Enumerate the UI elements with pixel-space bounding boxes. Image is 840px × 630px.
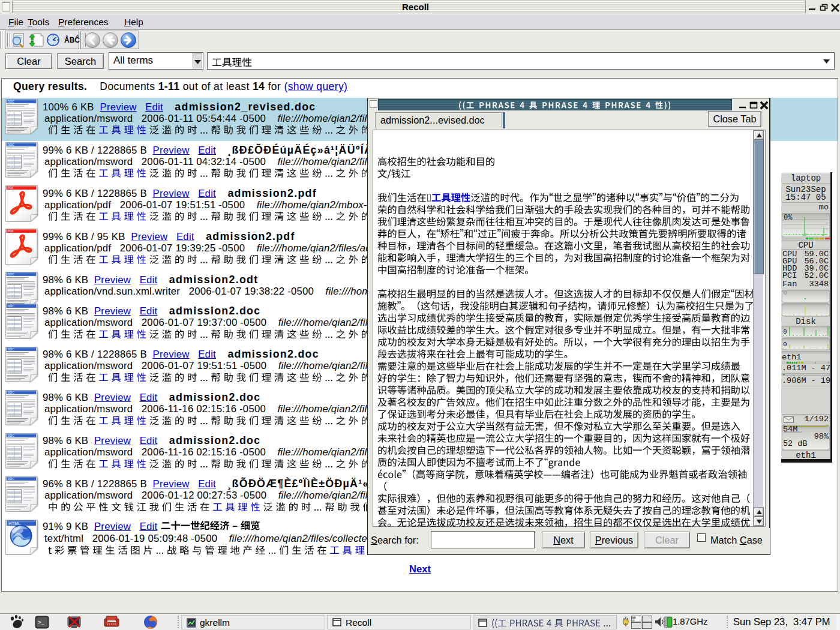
svg-text:>_: >_ — [38, 620, 44, 626]
svg-text:DOC: DOC — [8, 347, 15, 351]
svg-text:DOC: DOC — [8, 477, 15, 481]
svg-text:DOC: DOC — [8, 100, 15, 103]
svg-text:PDF: PDF — [8, 186, 14, 190]
svg-text:DOC: DOC — [8, 143, 15, 146]
svg-text:ÅBĈ: ÅBĈ — [64, 35, 80, 44]
svg-text:0: 0 — [783, 341, 787, 348]
svg-text:DOC: DOC — [8, 434, 15, 437]
svg-text:0: 0 — [783, 328, 787, 335]
svg-text:DOC: DOC — [8, 272, 15, 276]
svg-text:0%: 0% — [784, 214, 793, 222]
svg-text:DOC: DOC — [8, 391, 15, 394]
svg-text:DOC: DOC — [8, 304, 15, 308]
svg-text:PDF: PDF — [8, 229, 14, 233]
